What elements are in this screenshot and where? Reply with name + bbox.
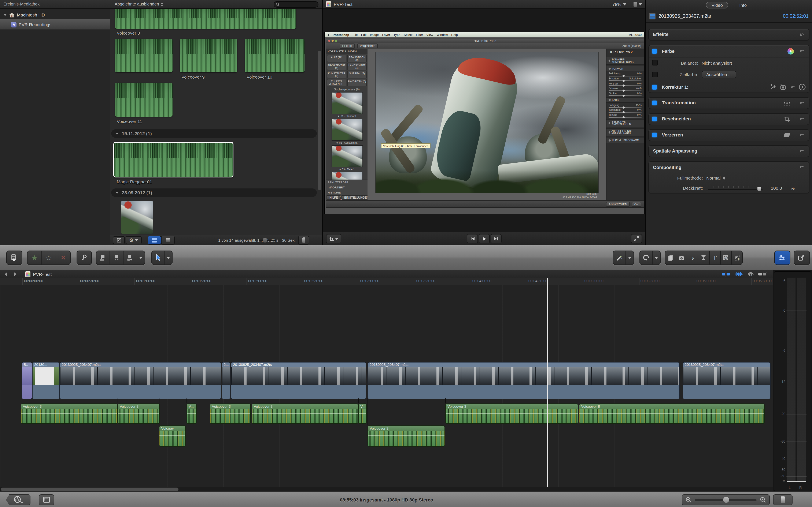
- ps-control-slider[interactable]: [609, 112, 642, 113]
- caret-down-icon[interactable]: [628, 257, 631, 259]
- ps-footer-item[interactable]: BENUTZERDEF.: [326, 180, 367, 185]
- ps-category-button[interactable]: SURREAL (5): [347, 71, 367, 78]
- ps-menu-item[interactable]: Select: [404, 33, 413, 37]
- clip-voiceover-11[interactable]: [115, 83, 172, 117]
- hide-browser-button[interactable]: [113, 236, 125, 244]
- timeline-video-clip[interactable]: 20130...: [32, 362, 60, 399]
- ps-menu-item[interactable]: Layer: [382, 33, 390, 37]
- music-browser-button[interactable]: ♪: [688, 251, 699, 265]
- ps-category-button[interactable]: REALISTISCH (9): [347, 55, 367, 62]
- ps-control-header[interactable]: SELEKTIVE ANPASSUNGEN: [606, 119, 644, 127]
- ps-category-button[interactable]: ZULETZT VERWENDET: [327, 79, 346, 86]
- crop-checkbox[interactable]: [652, 117, 657, 121]
- ps-control-slider[interactable]: [609, 95, 642, 96]
- generators-browser-button[interactable]: T: [732, 251, 742, 265]
- ps-control-slider[interactable]: [609, 75, 642, 76]
- browser-settings-button[interactable]: ⚙: [125, 236, 142, 244]
- ps-control-slider[interactable]: [609, 107, 642, 108]
- ps-preset-thumbnail[interactable]: [332, 145, 363, 167]
- ps-control-slider[interactable]: [609, 91, 642, 91]
- shape-mask-icon[interactable]: [780, 84, 786, 90]
- themes-browser-button[interactable]: 2: [720, 251, 731, 265]
- ps-preset-thumbnail[interactable]: [332, 92, 363, 114]
- ps-menu-item[interactable]: Window: [437, 33, 448, 37]
- opacity-value[interactable]: 100,0: [771, 185, 782, 190]
- date-section-header[interactable]: 19.11.2012 (1): [111, 129, 317, 138]
- blend-mode-value[interactable]: Normal: [706, 175, 721, 180]
- ps-help-button[interactable]: HILFE: [327, 195, 341, 200]
- reset-icon[interactable]: [799, 116, 805, 122]
- history-back-icon[interactable]: [3, 272, 8, 277]
- caret-down-icon[interactable]: [655, 257, 658, 259]
- timeline-video-clip[interactable]: 20130925_203407.m2ts: [231, 362, 366, 399]
- reset-icon[interactable]: [799, 100, 805, 106]
- tool-caret-icon[interactable]: [167, 257, 170, 259]
- play-button[interactable]: [478, 234, 490, 243]
- reset-icon[interactable]: [799, 148, 805, 154]
- timeline-video-clip[interactable]: 2...: [221, 362, 231, 399]
- ps-category-button[interactable]: LANDSCHAFT (4): [347, 63, 367, 70]
- snapping-toggle-icon[interactable]: [721, 272, 731, 277]
- disclosure-triangle-icon[interactable]: [3, 14, 7, 16]
- ps-preset-item[interactable]: ★ 02 - Abgestimmt: [332, 119, 362, 144]
- clip-voiceover-9-b[interactable]: [180, 39, 237, 72]
- clip-magic-reggae-selected[interactable]: [113, 142, 234, 177]
- viewer-tools-button[interactable]: [326, 234, 341, 243]
- spatial-conform-section[interactable]: Spatiale Anpassung: [648, 145, 809, 157]
- playhead[interactable]: [547, 278, 548, 487]
- ps-control-header[interactable]: LUPE & HISTOGRAMM: [606, 137, 644, 143]
- distort-checkbox[interactable]: [652, 133, 657, 137]
- fullscreen-button[interactable]: [631, 234, 642, 243]
- date-section-header[interactable]: 28.09.2012 (1): [111, 188, 317, 197]
- disclosure-triangle-icon[interactable]: [116, 133, 119, 134]
- eyedropper-icon[interactable]: [770, 84, 776, 90]
- ps-control-slider[interactable]: [609, 86, 642, 86]
- browser-scrollbar[interactable]: [318, 51, 321, 190]
- edit-options-caret-icon[interactable]: [139, 257, 143, 259]
- timeline-zoom-control[interactable]: [682, 494, 770, 505]
- clip-voiceover-10[interactable]: [245, 39, 305, 72]
- solo-toggle-icon[interactable]: S: [747, 271, 755, 277]
- viewer-zoom-level[interactable]: 78%: [612, 2, 621, 7]
- timeline-audio-clip[interactable]: Voiceover 8: [579, 403, 765, 424]
- timeline-audio-clip[interactable]: V...: [187, 403, 197, 424]
- ps-category-button[interactable]: KUNSTFILTER (6): [327, 71, 346, 78]
- effects-section[interactable]: Effekte: [648, 29, 809, 41]
- timeline-scrollbar-thumb[interactable]: [1, 487, 179, 491]
- filmstrip-view-button[interactable]: [148, 236, 161, 245]
- ps-layout-buttons[interactable]: ▢ ▥ ▥: [340, 43, 355, 48]
- clip-appearance-button[interactable]: [773, 494, 793, 505]
- distort-icon[interactable]: [783, 133, 790, 137]
- timeline-audio-clip[interactable]: Voiceover 3: [117, 403, 160, 424]
- tab-video[interactable]: Video: [706, 1, 728, 8]
- audio-skimming-toggle-icon[interactable]: [734, 272, 744, 277]
- sidebar-item-macintosh-hd[interactable]: Macintosh HD: [0, 10, 110, 19]
- ps-control-header[interactable]: TONWERT-KOMPRIMIERUNG: [606, 57, 644, 65]
- ps-control-header[interactable]: ABSCHLIEßENDE ANPASSUNGEN: [606, 128, 644, 136]
- tool-select-button[interactable]: [151, 250, 172, 265]
- ps-menu-item[interactable]: Edit: [361, 33, 367, 37]
- reject-button[interactable]: ✕: [56, 251, 70, 265]
- ps-ok-button[interactable]: OK: [632, 202, 641, 207]
- timeline-audio-clip[interactable]: Voiceover 3: [367, 426, 445, 447]
- reset-icon[interactable]: [799, 32, 805, 38]
- unrate-button[interactable]: ☆: [42, 251, 56, 265]
- timeline-audio-clip[interactable]: Voiceover 3: [210, 403, 251, 424]
- ps-footer-item[interactable]: IMPORTIERT: [326, 185, 367, 190]
- stepper-arrows-icon[interactable]: [723, 176, 725, 180]
- keyword-button[interactable]: [77, 250, 92, 265]
- ps-menu-item[interactable]: Filter: [416, 33, 423, 37]
- clip-voiceover-9-a[interactable]: [115, 39, 172, 72]
- reset-icon[interactable]: [790, 84, 796, 90]
- favorite-button[interactable]: ★: [28, 251, 42, 265]
- match-color-checkbox[interactable]: [652, 72, 658, 77]
- timeline-video-clip[interactable]: 20130925_203407.m2ts: [60, 362, 221, 399]
- reset-icon[interactable]: [799, 164, 805, 170]
- sidebar-item-pvr-recordings[interactable]: ★ PVR Recordings: [0, 19, 110, 30]
- enhancements-button[interactable]: [613, 250, 634, 265]
- ps-settings-button[interactable]: EINSTELLUNGEN: [342, 195, 368, 200]
- timeline-video-clip[interactable]: 20130925_203407.m2ts: [682, 362, 770, 399]
- inspector-toggle-button[interactable]: [774, 250, 791, 265]
- balance-checkbox[interactable]: [652, 60, 658, 65]
- list-view-button[interactable]: [161, 236, 175, 245]
